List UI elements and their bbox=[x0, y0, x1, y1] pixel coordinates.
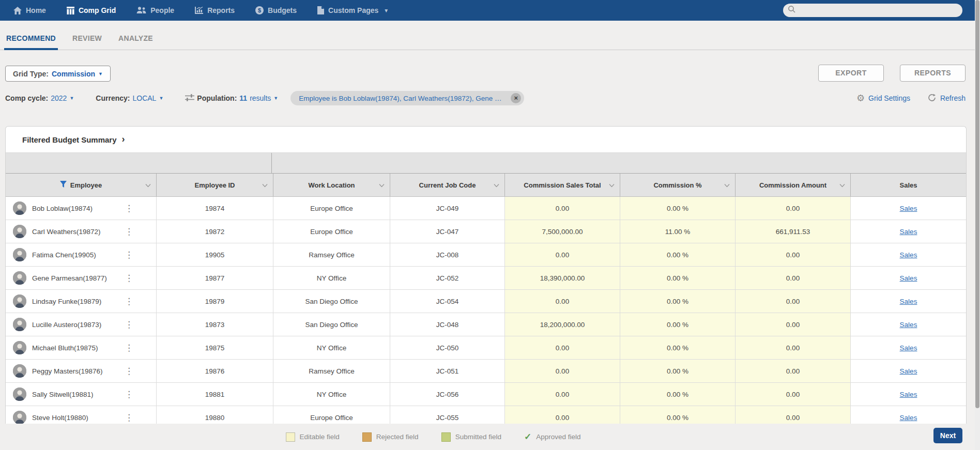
commission-pct-cell[interactable]: 11.00 % bbox=[620, 220, 736, 243]
commission-amount-cell[interactable]: 0.00 bbox=[736, 360, 851, 382]
search-input[interactable] bbox=[796, 7, 946, 14]
commission-sales-total-cell[interactable]: 0.00 bbox=[505, 290, 620, 313]
commission-amount-cell[interactable]: 0.00 bbox=[736, 290, 851, 313]
sales-link[interactable]: Sales bbox=[900, 414, 917, 422]
next-button[interactable]: Next bbox=[933, 428, 962, 443]
kebab-menu-icon[interactable]: ⋮ bbox=[125, 251, 133, 259]
commission-pct-cell[interactable]: 0.00 % bbox=[620, 313, 736, 336]
kebab-menu-icon[interactable]: ⋮ bbox=[125, 274, 133, 283]
commission-sales-total-cell[interactable]: 0.00 bbox=[505, 406, 620, 424]
chevron-down-icon[interactable] bbox=[724, 181, 730, 189]
commission-amount-cell[interactable]: 0.00 bbox=[736, 336, 851, 359]
tab-recommend[interactable]: RECOMMEND bbox=[4, 34, 58, 50]
commission-sales-total-cell[interactable]: 0.00 bbox=[505, 336, 620, 359]
nav-item-budgets[interactable]: $ Budgets bbox=[255, 6, 297, 14]
commission-amount-cell[interactable]: 0.00 bbox=[736, 406, 851, 424]
chevron-down-icon[interactable] bbox=[379, 181, 385, 189]
commission-sales-total-cell[interactable]: 0.00 bbox=[505, 383, 620, 406]
nav-item-home[interactable]: Home bbox=[13, 6, 46, 14]
column-header-work-location[interactable]: Work Location bbox=[273, 174, 390, 196]
commission-sales-total-cell[interactable]: 0.00 bbox=[505, 360, 620, 382]
kebab-menu-icon[interactable]: ⋮ bbox=[125, 227, 133, 236]
sales-link[interactable]: Sales bbox=[900, 274, 917, 282]
table-row: Sally Sitwell(19881) ⋮ 19881 NY Office J… bbox=[6, 383, 966, 406]
refresh-button[interactable]: Refresh bbox=[928, 94, 966, 103]
commission-amount-cell[interactable]: 0.00 bbox=[736, 313, 851, 336]
sales-link[interactable]: Sales bbox=[900, 298, 917, 305]
commission-pct-cell[interactable]: 0.00 % bbox=[620, 406, 736, 424]
work-location-cell: NY Office bbox=[273, 267, 390, 289]
nav-item-people[interactable]: People bbox=[136, 6, 174, 14]
vertical-scrollbar[interactable] bbox=[975, 0, 980, 450]
field-legend: Editable field Rejected field Submitted … bbox=[0, 424, 923, 450]
chevron-down-icon[interactable] bbox=[494, 181, 499, 189]
column-header-commission-amount[interactable]: Commission Amount bbox=[736, 174, 851, 196]
commission-sales-total-cell[interactable]: 7,500,000.00 bbox=[505, 220, 620, 243]
commission-sales-total-cell[interactable]: 18,390,000.00 bbox=[505, 267, 620, 289]
global-search[interactable] bbox=[783, 4, 962, 17]
commission-pct-cell[interactable]: 0.00 % bbox=[620, 243, 736, 266]
commission-pct-cell[interactable]: 0.00 % bbox=[620, 336, 736, 359]
tab-review[interactable]: REVIEW bbox=[70, 34, 104, 50]
column-header-employee-id[interactable]: Employee ID bbox=[157, 174, 273, 196]
chevron-down-icon[interactable] bbox=[839, 181, 845, 189]
work-location-cell: Europe Office bbox=[273, 220, 390, 243]
commission-pct-cell[interactable]: 0.00 % bbox=[620, 290, 736, 313]
column-header-commission-pct[interactable]: Commission % bbox=[620, 174, 736, 196]
close-icon[interactable]: × bbox=[511, 93, 521, 103]
grid-settings-button[interactable]: ⚙ Grid Settings bbox=[856, 94, 910, 103]
nav-item-custom-pages[interactable]: Custom Pages ▼ bbox=[317, 6, 389, 14]
population-results-word: results bbox=[250, 94, 271, 102]
kebab-menu-icon[interactable]: ⋮ bbox=[125, 204, 133, 213]
sales-link[interactable]: Sales bbox=[900, 344, 917, 352]
comp-cycle-dropdown[interactable]: Comp cycle: 2022 ▼ bbox=[5, 94, 74, 102]
commission-amount-cell[interactable]: 661,911.53 bbox=[736, 220, 851, 243]
kebab-menu-icon[interactable]: ⋮ bbox=[125, 390, 133, 399]
nav-item-comp-grid[interactable]: Comp Grid bbox=[67, 6, 116, 14]
column-header-employee[interactable]: Employee bbox=[6, 174, 157, 196]
commission-pct-cell[interactable]: 0.00 % bbox=[620, 360, 736, 382]
reports-button[interactable]: REPORTS bbox=[900, 65, 966, 82]
filtered-budget-summary-toggle[interactable]: Filtered Budget Summary › bbox=[6, 127, 966, 153]
sales-link[interactable]: Sales bbox=[900, 321, 917, 329]
commission-pct-cell[interactable]: 0.00 % bbox=[620, 267, 736, 289]
sales-link[interactable]: Sales bbox=[900, 367, 917, 375]
commission-amount-cell[interactable]: 0.00 bbox=[736, 383, 851, 406]
chevron-down-icon[interactable] bbox=[262, 181, 268, 189]
sales-link[interactable]: Sales bbox=[900, 228, 917, 236]
commission-amount-cell[interactable]: 0.00 bbox=[736, 197, 851, 220]
chevron-down-icon[interactable] bbox=[609, 181, 615, 189]
currency-dropdown[interactable]: Currency: LOCAL ▼ bbox=[96, 94, 163, 102]
kebab-menu-icon[interactable]: ⋮ bbox=[125, 297, 133, 306]
tab-analyze[interactable]: ANALYZE bbox=[116, 34, 155, 50]
commission-sales-total-cell[interactable]: 0.00 bbox=[505, 243, 620, 266]
kebab-menu-icon[interactable]: ⋮ bbox=[125, 320, 133, 329]
commission-pct-cell[interactable]: 0.00 % bbox=[620, 197, 736, 220]
commission-sales-total-cell[interactable]: 18,200,000.00 bbox=[505, 313, 620, 336]
chevron-down-icon: ▼ bbox=[69, 96, 74, 101]
commission-amount-cell[interactable]: 0.00 bbox=[736, 267, 851, 289]
avatar bbox=[13, 364, 26, 378]
chevron-down-icon[interactable] bbox=[145, 181, 151, 189]
export-button[interactable]: EXPORT bbox=[818, 65, 884, 82]
sales-link[interactable]: Sales bbox=[900, 251, 917, 259]
kebab-menu-icon[interactable]: ⋮ bbox=[125, 367, 133, 376]
population-filter-chip[interactable]: Employee is Bob Loblaw(19874), Carl Weat… bbox=[290, 91, 524, 105]
commission-sales-total-cell[interactable]: 0.00 bbox=[505, 197, 620, 220]
grid-type-dropdown[interactable]: Grid Type: Commission ▼ bbox=[5, 66, 111, 82]
population-dropdown[interactable]: Population: 11 results ▼ bbox=[185, 94, 278, 103]
kebab-menu-icon[interactable]: ⋮ bbox=[125, 413, 133, 422]
commission-pct-cell[interactable]: 0.00 % bbox=[620, 383, 736, 406]
grid-type-value: Commission bbox=[52, 70, 95, 78]
sales-link[interactable]: Sales bbox=[900, 391, 917, 398]
sales-link[interactable]: Sales bbox=[900, 205, 917, 212]
employee-cell: Sally Sitwell(19881) ⋮ bbox=[6, 383, 157, 406]
scrollbar-thumb[interactable] bbox=[975, 0, 979, 408]
column-header-commission-sales-total[interactable]: Commission Sales Total bbox=[505, 174, 620, 196]
filter-funnel-icon bbox=[60, 181, 67, 189]
table-row: Lucille Austero(19873) ⋮ 19873 San Diego… bbox=[6, 313, 966, 336]
column-header-current-job-code[interactable]: Current Job Code bbox=[390, 174, 505, 196]
kebab-menu-icon[interactable]: ⋮ bbox=[125, 344, 133, 352]
commission-amount-cell[interactable]: 0.00 bbox=[736, 243, 851, 266]
nav-item-reports[interactable]: Reports bbox=[195, 6, 235, 14]
